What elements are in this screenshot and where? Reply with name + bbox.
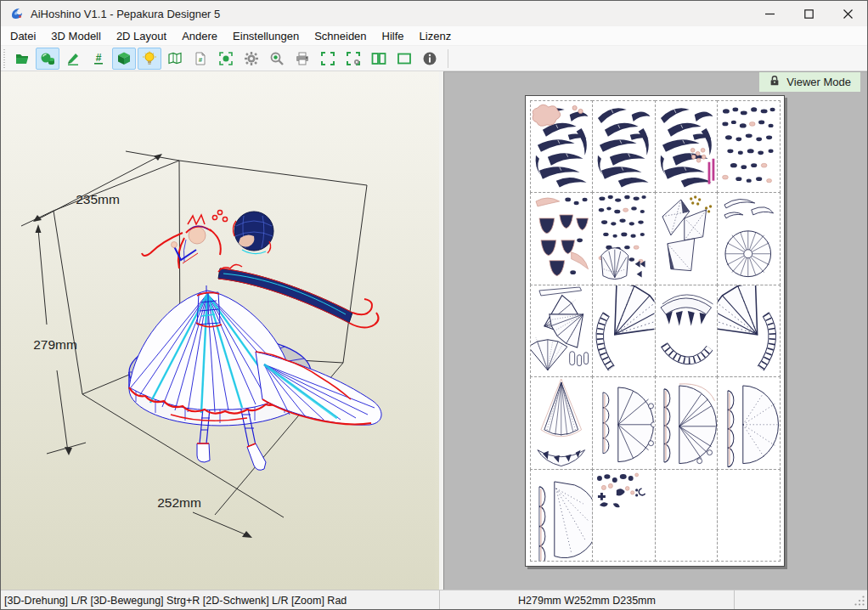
status-model-size: H279mm W252mm D235mm xyxy=(440,590,735,610)
texture-display-button[interactable] xyxy=(36,48,59,70)
menu-item-schneiden[interactable]: Schneiden xyxy=(307,28,374,44)
main-area: 235mm 279mm 252mm xyxy=(1,71,867,590)
width-dimension-label: 235mm xyxy=(76,192,120,206)
menu-item-hilfe[interactable]: Hilfe xyxy=(375,28,412,44)
edge-id-icon: # xyxy=(91,51,106,66)
pattern-cell-collar-with-curve[interactable] xyxy=(655,285,719,378)
lock-icon xyxy=(769,75,781,89)
print-icon xyxy=(295,51,310,66)
texture-settings-button[interactable] xyxy=(214,48,238,70)
pattern-cell-curves-disc[interactable] xyxy=(717,192,781,285)
check-view-icon xyxy=(269,51,285,66)
unfold-icon xyxy=(167,51,183,66)
unfold-button[interactable] xyxy=(163,48,187,70)
pattern-pieces-fan-with-curve-2 xyxy=(718,285,780,377)
pattern-pieces-mixed-small-parts xyxy=(531,193,593,285)
texture-display-icon xyxy=(40,51,55,66)
pattern-pieces-collar-with-curve xyxy=(656,285,718,377)
pen-tool-button[interactable] xyxy=(61,48,85,70)
pattern-pieces-small-shell xyxy=(593,193,655,285)
depth-dimension-label: 252mm xyxy=(157,495,201,510)
pattern-cell-facet-panels[interactable] xyxy=(655,192,719,285)
edge-id-button[interactable]: # xyxy=(87,48,110,70)
fit-2d-view-icon xyxy=(346,51,361,66)
pattern-grid xyxy=(530,100,780,562)
open-file-icon xyxy=(14,51,30,66)
pen-tool-icon xyxy=(65,51,81,66)
check-view-button[interactable] xyxy=(265,48,289,70)
maximize-button[interactable] xyxy=(789,1,828,26)
pattern-cell-halfdisc-with-tabs-wide[interactable] xyxy=(655,376,719,470)
fit-3d-view-button[interactable] xyxy=(316,48,340,70)
pattern-cell-empty[interactable] xyxy=(655,469,719,562)
window-controls xyxy=(750,1,867,26)
toolbar-grip[interactable] xyxy=(3,49,7,68)
pattern-cell-hair-strips-flower[interactable] xyxy=(530,100,594,194)
resize-grip[interactable] xyxy=(854,596,865,609)
page-number-button[interactable]: # xyxy=(189,48,212,70)
two-pane-layout-button[interactable] xyxy=(367,48,391,70)
minimize-button[interactable] xyxy=(750,1,789,26)
fit-3d-view-icon xyxy=(320,51,335,66)
pattern-pieces-halffan-with-tabs xyxy=(531,470,593,562)
pattern-cell-mixed-small-parts[interactable] xyxy=(530,192,594,285)
pattern-cell-hair-strips-accents[interactable] xyxy=(655,100,719,194)
pattern-pieces-facet-panels xyxy=(656,193,718,285)
fit-2d-view-button[interactable] xyxy=(341,48,365,70)
show-3d-model-icon xyxy=(116,51,132,66)
pattern-cell-cone-with-scallop[interactable] xyxy=(530,376,594,470)
menu-item-datei[interactable]: Datei xyxy=(3,28,43,44)
show-3d-model-button[interactable] xyxy=(112,48,136,70)
pattern-pieces-halfdisc-with-tabs xyxy=(593,377,655,469)
open-file-button[interactable] xyxy=(10,48,34,70)
print-button[interactable] xyxy=(290,48,314,70)
pattern-page xyxy=(525,95,785,567)
menu-item-einstellungen[interactable]: Einstellungen xyxy=(225,28,307,44)
pattern-cell-tiny-parts[interactable] xyxy=(592,469,656,562)
settings-button[interactable] xyxy=(240,48,263,70)
pattern-cell-halffan-with-tabs[interactable] xyxy=(530,469,594,562)
height-dimension-label: 279mm xyxy=(33,337,77,352)
app-icon xyxy=(10,7,24,20)
pattern-pieces-empty xyxy=(718,470,780,562)
settings-icon xyxy=(244,51,259,66)
toolbar-separator xyxy=(448,49,448,68)
status-hint: [3D-Drehung] L/R [3D-Bewegung] Strg+R [2… xyxy=(1,590,440,610)
3d-scene: 235mm 279mm 252mm xyxy=(1,71,435,590)
pattern-cell-fan-cluster[interactable] xyxy=(530,285,594,378)
status-spacer xyxy=(735,590,867,610)
pattern-cell-fan-with-curve-2[interactable] xyxy=(717,285,781,378)
status-bar: [3D-Drehung] L/R [3D-Bewegung] Strg+R [2… xyxy=(1,590,867,610)
menu-item-3d-modell[interactable]: 3D Modell xyxy=(43,28,109,44)
menu-item-2d-layout[interactable]: 2D Layout xyxy=(109,28,174,44)
toolbar: ## xyxy=(1,46,867,71)
texture-settings-icon xyxy=(218,51,234,66)
pattern-pieces-cone-with-scallop xyxy=(531,377,593,469)
light-icon xyxy=(142,51,157,66)
menu-item-lizenz[interactable]: Lizenz xyxy=(412,28,459,44)
pattern-cell-halfdisc-dotted[interactable] xyxy=(717,376,781,470)
two-pane-layout-icon xyxy=(371,51,386,66)
light-button[interactable] xyxy=(138,48,161,70)
viewer-mode-button[interactable]: Viewer Mode xyxy=(759,72,860,92)
pattern-cell-empty[interactable] xyxy=(717,469,781,562)
pattern-cell-small-shell[interactable] xyxy=(592,192,656,285)
pattern-pieces-hair-strips-accents xyxy=(656,101,718,193)
pattern-pieces-empty xyxy=(656,470,718,562)
3d-viewport[interactable]: 235mm 279mm 252mm xyxy=(1,71,443,590)
svg-text:#: # xyxy=(199,56,203,64)
pattern-cell-small-parts[interactable] xyxy=(717,100,781,194)
single-pane-layout-button[interactable] xyxy=(392,48,416,70)
menu-item-andere[interactable]: Andere xyxy=(174,28,225,44)
about-button[interactable] xyxy=(418,48,442,70)
2d-layout-panel[interactable]: Viewer Mode xyxy=(443,71,867,590)
pattern-pieces-hair-strips xyxy=(593,101,655,193)
pattern-pieces-fan-with-curve xyxy=(593,285,655,377)
page-number-icon: # xyxy=(193,51,208,66)
pattern-cell-fan-with-curve[interactable] xyxy=(592,285,656,378)
close-button[interactable] xyxy=(828,1,867,26)
pattern-cell-hair-strips[interactable] xyxy=(592,100,656,194)
pattern-cell-halfdisc-with-tabs[interactable] xyxy=(592,376,656,470)
title-bar: AiHoshino V1.1 - Pepakura Designer 5 xyxy=(1,1,867,26)
svg-text:#: # xyxy=(96,52,102,64)
